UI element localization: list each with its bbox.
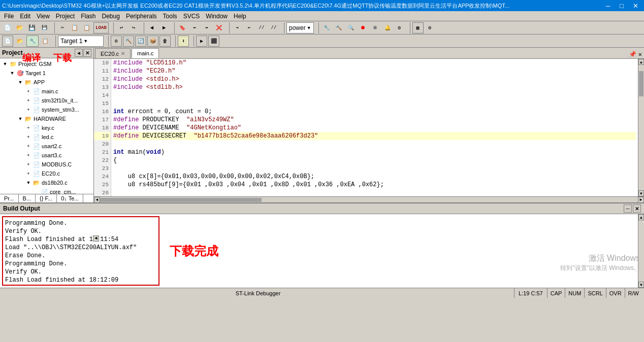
menu-tools[interactable]: Tools	[160, 12, 180, 21]
tree-expand-target1[interactable]: ▼	[8, 71, 16, 76]
tree-expand-app[interactable]: ▼	[16, 80, 24, 85]
hscroll-thumb[interactable]	[100, 198, 262, 202]
menu-project[interactable]: Project	[53, 12, 78, 21]
hscroll-right-arrow[interactable]: ►	[638, 197, 644, 203]
btn-view2[interactable]: ⚙	[425, 22, 436, 33]
open-button[interactable]: 📂	[14, 22, 25, 33]
tab-ec20c-close[interactable]: ✕	[121, 51, 125, 56]
tree-expand-hardware[interactable]: ▼	[16, 116, 24, 121]
tb2-btn3[interactable]: 🔧	[26, 36, 39, 47]
btn-extra7[interactable]: ⚙	[394, 22, 405, 33]
panel-tab-project[interactable]: Pr...	[0, 194, 19, 202]
tree-expand-project[interactable]: ▼	[1, 61, 9, 66]
tree-stm32it[interactable]: + 📄 stm32f10x_it...	[0, 96, 93, 105]
tree-project[interactable]: ▼ 📁 Project: GSM	[0, 59, 93, 69]
panel-collapse-button[interactable]: ◄	[75, 49, 83, 57]
maximize-button[interactable]: □	[615, 0, 628, 11]
menu-edit[interactable]: Edit	[17, 12, 34, 21]
prev-bookmark-button[interactable]: ⬅	[189, 22, 200, 33]
tree-modbusc[interactable]: + 📄 MODBUS.C	[0, 160, 93, 169]
scroll-down-arrow[interactable]: ▼	[638, 190, 644, 196]
tb2-btn2[interactable]: 📂	[14, 36, 25, 47]
editor-close-icon[interactable]: ✕	[638, 51, 642, 58]
cut-button[interactable]: ✂	[57, 22, 68, 33]
build-output-minimize[interactable]: ─	[624, 204, 632, 213]
tree-target1[interactable]: ▼ 🎯 Target 1	[0, 69, 93, 78]
tb2-btn1[interactable]: 📄	[2, 36, 13, 47]
build-output-close[interactable]: ✕	[633, 204, 641, 213]
panel-close-button[interactable]: ✕	[83, 49, 91, 57]
clean-button[interactable]: 🗑	[159, 36, 171, 47]
btn-extra5[interactable]: ●	[370, 22, 381, 33]
panel-tab-book[interactable]: B...	[19, 194, 36, 202]
save-all-button[interactable]: 💾	[39, 22, 50, 33]
tree-expand-system[interactable]: +	[24, 107, 33, 112]
panel-tab-funcs[interactable]: {} F...	[36, 194, 57, 202]
tree-expand-usart3c[interactable]: +	[24, 153, 33, 158]
copy-button[interactable]: 📋	[69, 22, 80, 33]
btn-extra4[interactable]: ●	[358, 22, 369, 33]
debug-start-button[interactable]: ▶	[196, 36, 207, 47]
tree-expand-ec20c[interactable]: +	[24, 171, 33, 176]
menu-view[interactable]: View	[34, 12, 53, 21]
tree-usart3c[interactable]: + 📄 usart3.c	[0, 151, 93, 160]
save-button[interactable]: 💾	[26, 22, 38, 33]
tree-expand-keyc[interactable]: +	[24, 125, 33, 130]
download-button[interactable]: ⬇	[178, 36, 189, 47]
btn-view1[interactable]: ▦	[412, 22, 424, 33]
redo-button[interactable]: ↪	[128, 22, 139, 33]
tree-expand-usart2c[interactable]: +	[24, 144, 33, 149]
tree-mainc[interactable]: + 📄 main.c	[0, 87, 93, 96]
btn-extra1[interactable]: 🔧	[321, 22, 332, 33]
code-content[interactable]: #include "LCD5110.h" #include "EC20.h" #…	[111, 59, 638, 196]
unindent-button[interactable]: ⇤	[244, 22, 255, 33]
tree-keyc[interactable]: + 📄 key.c	[0, 123, 93, 132]
menu-file[interactable]: File	[1, 12, 17, 21]
editor-pin-icon[interactable]: 📌	[629, 51, 636, 58]
menu-svcs[interactable]: SVCS	[180, 12, 203, 21]
tree-ds18b20c[interactable]: ▼ 📂 ds18b20.c	[0, 178, 93, 187]
scroll-up-arrow[interactable]: ▲	[638, 59, 644, 65]
build-button[interactable]: 🔨	[123, 36, 134, 47]
menu-help[interactable]: Help	[231, 12, 249, 21]
load-button[interactable]: LOAD	[93, 22, 109, 33]
tree-usart2c[interactable]: + 📄 usart2.c	[0, 142, 93, 151]
menu-window[interactable]: Window	[203, 12, 231, 21]
build-vscrollbar[interactable]: ▲ ▼	[638, 214, 644, 288]
translate-button[interactable]: ⚙	[111, 36, 122, 47]
debug-btn2[interactable]: ⬛	[208, 36, 219, 47]
tree-expand-stm32it[interactable]: +	[24, 98, 33, 103]
menu-debug[interactable]: Debug	[99, 12, 123, 21]
comment-button[interactable]: //	[256, 22, 267, 33]
tree-expand-ledc[interactable]: +	[24, 134, 33, 140]
code-editor[interactable]: 10 11 12 13 14 15 16 17 18 19 20 21 22 2…	[94, 59, 644, 196]
tree-expand-mainc[interactable]: +	[24, 89, 33, 94]
editor-hscrollbar[interactable]: ◄ ►	[94, 196, 644, 202]
bookmark-button[interactable]: 🔖	[177, 22, 188, 33]
hscroll-left-arrow[interactable]: ◄	[94, 197, 100, 203]
batch-build-button[interactable]: 📦	[147, 36, 158, 47]
editor-vertical-scrollbar[interactable]: ▲ ▼	[638, 59, 644, 196]
tree-ledc[interactable]: + 📄 led.c	[0, 132, 93, 142]
build-scroll-up[interactable]: ▲	[638, 214, 644, 220]
undo-button[interactable]: ↩	[116, 22, 127, 33]
build-scroll-down[interactable]: ▼	[638, 282, 644, 288]
btn-extra3[interactable]: 🔍	[345, 22, 357, 33]
clear-bookmarks-button[interactable]: ❌	[213, 22, 224, 33]
new-file-button[interactable]: 📄	[2, 22, 13, 33]
tree-ec20c[interactable]: + 📄 EC20.c	[0, 169, 93, 178]
minimize-button[interactable]: ─	[601, 0, 615, 11]
tree-hardware-group[interactable]: ▼ 📂 HARDWARE	[0, 114, 93, 123]
nav-fwd-button[interactable]: ►	[158, 22, 170, 33]
tree-app-group[interactable]: ▼ 📂 APP	[0, 78, 93, 87]
uncomment-button[interactable]: //	[268, 22, 279, 33]
tb2-btn4[interactable]: 📋	[40, 36, 51, 47]
tab-mainc[interactable]: main.c	[132, 48, 159, 58]
menu-flash[interactable]: Flash	[78, 12, 99, 21]
power-dropdown[interactable]: power ▼	[286, 22, 314, 33]
nav-back-button[interactable]: ◄	[146, 22, 157, 33]
tree-expand-modbusc[interactable]: +	[24, 162, 33, 167]
panel-tab-templ[interactable]: 0↓ Te...	[57, 194, 83, 202]
indent-button[interactable]: ⇥	[232, 22, 243, 33]
tree-system[interactable]: + 📄 system_stm3...	[0, 105, 93, 114]
